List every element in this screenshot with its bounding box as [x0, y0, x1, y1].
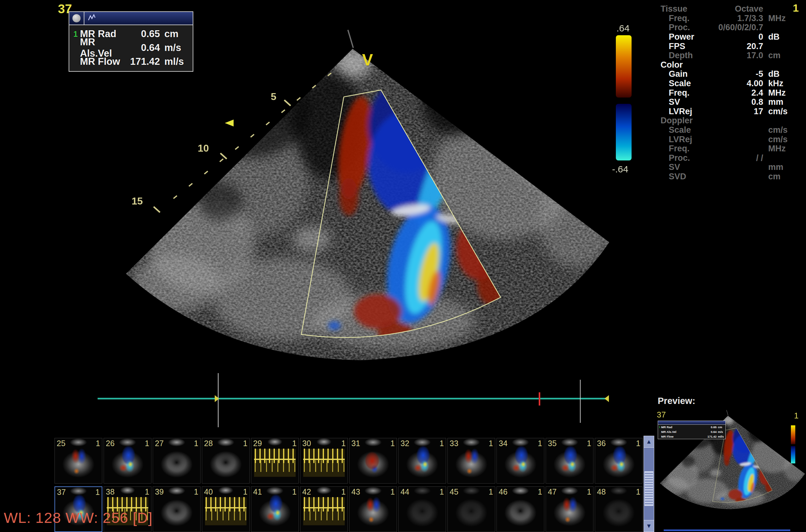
thumbnail-frame-45[interactable]: 451 [447, 487, 495, 532]
scrollbar-up-arrow-icon[interactable]: ▲ [644, 436, 654, 448]
thumbnail-number: 39 [155, 487, 164, 496]
thumbnail-beat-number: 1 [390, 487, 395, 496]
preview-bottom-strip [664, 530, 790, 531]
thumbnail-beat-number: 1 [390, 439, 395, 448]
thumbnail-frame-39[interactable]: 391 [153, 487, 201, 532]
preview-measurement-rows: 1MR Rad0.65cmMR Als.Vel0.64m/sMR Flow171… [658, 425, 726, 439]
thumbnail-beat-number: 1 [489, 487, 493, 496]
thumbnail-beat-number: 1 [587, 487, 591, 496]
thumbnail-number: 30 [302, 439, 311, 448]
focus-marker-icon[interactable] [225, 119, 234, 127]
measurement-unit: ml/s [718, 435, 726, 438]
thumbnail-number: 35 [548, 439, 557, 448]
thumbnail-beat-number: 1 [194, 439, 198, 448]
thumbnail-beat-number: 1 [96, 439, 100, 448]
thumbnail-beat-number: 1 [587, 439, 591, 448]
thumbnail-number: 45 [450, 487, 458, 496]
measurement-row: MR Flow171.42ml/s [658, 434, 726, 439]
thumbnail-beat-number: 1 [194, 487, 198, 496]
thumbnail-beat-number: 1 [292, 439, 297, 448]
thumbnail-frame-36[interactable]: 361 [595, 438, 643, 483]
thumbnail-number: 46 [499, 487, 508, 496]
thumbnail-number: 44 [401, 487, 409, 496]
thumbnail-frame-27[interactable]: 271 [153, 438, 201, 483]
thumbnail-frame-34[interactable]: 341 [496, 438, 544, 483]
thumbnail-frame-33[interactable]: 331 [447, 438, 495, 483]
timeline-right-arrow-icon[interactable] [604, 395, 609, 402]
thumbnail-number: 38 [106, 487, 115, 496]
window-level-readout: WL: 128 WW: 256 [D] [4, 509, 153, 526]
thumbnail-frame-31[interactable]: 311 [349, 438, 397, 483]
thumbnail-number: 41 [253, 487, 262, 496]
thumbnail-frame-40[interactable]: 401 [202, 487, 250, 532]
scrollbar-thumb[interactable] [644, 471, 653, 506]
thumbnail-number: 28 [204, 439, 213, 448]
thumbnail-number: 36 [597, 439, 606, 448]
thumbnail-frame-42[interactable]: 421 [300, 487, 348, 532]
thumbnail-number: 43 [351, 487, 360, 496]
thumbnail-beat-number: 1 [440, 487, 444, 496]
thumbnail-frame-30[interactable]: 301 [300, 438, 348, 483]
thumbnail-beat-number: 1 [538, 439, 542, 448]
thumbnail-number: 31 [351, 439, 360, 448]
scrollbar-down-arrow-icon[interactable]: ▼ [644, 520, 654, 532]
measurement-row: 1MR Rad0.65cm [658, 425, 726, 430]
thumbnail-beat-number: 1 [243, 487, 248, 496]
depth-label-15: 15 [132, 195, 143, 207]
preview-beat-number: 1 [794, 411, 799, 421]
thumbnail-beat-number: 1 [636, 439, 640, 448]
measurement-label: MR Als.Vel [661, 430, 704, 434]
thumbnail-beat-number: 1 [341, 439, 346, 448]
thumbnail-number: 42 [302, 487, 311, 496]
thumbnail-number: 33 [450, 439, 458, 448]
thumbnail-beat-number: 1 [243, 439, 248, 448]
measurement-label: MR Rad [661, 425, 704, 429]
thumbnail-frame-46[interactable]: 461 [496, 487, 544, 532]
thumbnail-frame-43[interactable]: 431 [349, 487, 397, 532]
doppler-colorbar: .64 -.64 [612, 23, 631, 174]
thumbnail-filmstrip-row-1: 251261271281291301311321331341351361 [54, 438, 643, 483]
thumbnail-beat-number: 1 [440, 439, 444, 448]
preview-frame-number: 37 [657, 410, 666, 420]
thumbnail-number: 47 [548, 487, 557, 496]
thumbnail-frame-29[interactable]: 291 [251, 438, 299, 483]
thumbnail-number: 34 [499, 439, 508, 448]
thumbnail-number: 29 [253, 439, 262, 448]
timeline-red-tick[interactable] [539, 392, 540, 405]
cine-timeline[interactable] [97, 373, 609, 427]
thumbnail-number: 26 [106, 439, 115, 448]
colorbar-min-label: -.64 [612, 164, 628, 174]
thumbnail-frame-35[interactable]: 351 [546, 438, 593, 483]
measurement-marker: 1 [658, 426, 661, 429]
thumbnail-frame-32[interactable]: 321 [398, 438, 446, 483]
ultrasound-viewer-screen: 5 10 15 V .64 -.64 37 1 [0, 0, 806, 532]
thumbnail-number: 25 [57, 439, 66, 448]
thumbnail-frame-47[interactable]: 471 [546, 487, 593, 532]
measurement-unit: m/s [718, 430, 726, 434]
thumbnail-beat-number: 1 [636, 487, 640, 496]
thumbnail-frame-48[interactable]: 481 [595, 487, 643, 532]
measurement-unit: cm [718, 425, 726, 429]
thumbnail-frame-25[interactable]: 251 [54, 438, 102, 483]
preview-title: Preview: [658, 396, 695, 406]
thumbnail-beat-number: 1 [292, 487, 297, 496]
thumbnail-beat-number: 1 [538, 487, 542, 496]
thumbnail-frame-26[interactable]: 261 [104, 438, 151, 483]
measurement-value: 0.64 [704, 430, 717, 434]
thumbnail-beat-number: 1 [341, 487, 346, 496]
preview-measurement-titlebar [658, 421, 726, 425]
thumbnail-frame-41[interactable]: 411 [251, 487, 299, 532]
thumbnail-number: 27 [155, 439, 164, 448]
thumbnail-scrollbar[interactable]: ▲ ▼ [643, 436, 654, 532]
thumbnail-frame-28[interactable]: 281 [202, 438, 250, 483]
colorbar-max-label: .64 [617, 23, 630, 33]
thumbnail-frame-44[interactable]: 441 [398, 487, 446, 532]
thumbnail-number: 32 [401, 439, 409, 448]
thumbnail-beat-number: 1 [95, 488, 100, 497]
thumbnail-beat-number: 1 [145, 487, 149, 496]
thumbnail-beat-number: 1 [145, 439, 149, 448]
depth-label-10: 10 [198, 142, 209, 154]
thumbnail-number: 48 [597, 487, 606, 496]
orientation-v-marker: V [362, 51, 373, 69]
thumbnail-number: 37 [57, 488, 66, 497]
